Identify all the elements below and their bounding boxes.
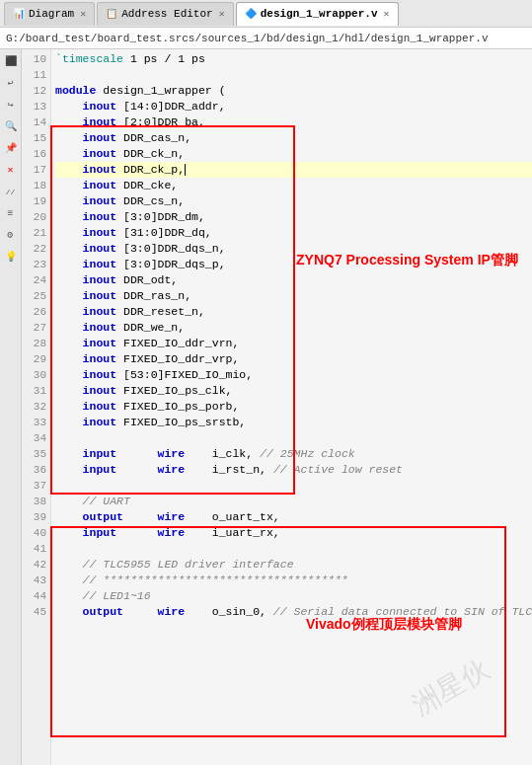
tab-bar: 📊 Diagram ✕ 📋 Address Editor ✕ 🔷 design_… <box>0 0 532 28</box>
code-line-19: inout DDR_cs_n, <box>55 193 532 209</box>
code-line-39: output wire o_uart_tx, <box>55 509 532 525</box>
code-line-28: inout FIXED_IO_ddr_vrn, <box>55 336 532 351</box>
code-line-30: inout [53:0]FIXED_IO_mio, <box>55 367 532 383</box>
sidebar-icon-comment[interactable]: // <box>3 184 19 199</box>
tab-address-editor[interactable]: 📋 Address Editor ✕ <box>97 2 233 26</box>
address-editor-tab-icon: 📋 <box>106 8 117 20</box>
diagram-tab-icon: 📊 <box>13 8 25 20</box>
code-line-20: inout [3:0]DDR_dm, <box>55 209 532 225</box>
code-line-14: inout [2:0]DDR_ba, <box>55 115 532 130</box>
code-line-40: input wire i_uart_rx, <box>55 525 532 541</box>
code-line-41 <box>55 541 532 557</box>
sidebar-icon-search[interactable]: 🔍 <box>3 118 19 134</box>
sidebar-icon-pin[interactable]: 📌 <box>3 140 19 156</box>
sidebar-icon-close[interactable]: ✕ <box>3 162 19 178</box>
code-line-42: // TLC5955 LED driver interface <box>55 557 532 573</box>
code-line-16: inout DDR_ck_n, <box>55 146 532 162</box>
sidebar-icon-diagram[interactable]: ⬛ <box>3 53 19 69</box>
code-line-44: // LED1~16 <box>55 588 532 604</box>
main-content: ⬛ ↩ ↪ 🔍 📌 ✕ // ≡ ⚙ 💡 10 11 12 13 14 15 1… <box>0 49 532 765</box>
editor-wrapper: 10 11 12 13 14 15 16 17 18 19 20 21 22 2… <box>22 49 532 765</box>
sidebar-icon-undo[interactable]: ↩ <box>3 75 19 91</box>
code-line-37 <box>55 478 532 494</box>
sidebar: ⬛ ↩ ↪ 🔍 📌 ✕ // ≡ ⚙ 💡 <box>0 49 22 765</box>
tab-design-wrapper-label: design_1_wrapper.v <box>261 8 378 20</box>
tab-diagram-label: Diagram <box>29 8 74 20</box>
tab-design-wrapper-close[interactable]: ✕ <box>384 8 390 20</box>
sidebar-icon-bulb[interactable]: 💡 <box>3 249 19 265</box>
code-line-36: input wire i_rst_n, // Active low reset <box>55 462 532 478</box>
code-line-17: inout DDR_ck_p, <box>55 162 532 178</box>
code-line-12: module design_1_wrapper ( <box>55 83 532 99</box>
code-line-38: // UART <box>55 494 532 509</box>
tab-diagram-close[interactable]: ✕ <box>80 8 86 20</box>
line-numbers: 10 11 12 13 14 15 16 17 18 19 20 21 22 2… <box>22 49 51 765</box>
filepath-bar: G:/board_test/board_test.srcs/sources_1/… <box>0 28 532 49</box>
code-line-34 <box>55 430 532 446</box>
code-line-13: inout [14:0]DDR_addr, <box>55 99 532 115</box>
code-line-45: output wire o_sin_0, // Serial data conn… <box>55 604 532 620</box>
tab-address-editor-label: Address Editor <box>121 8 212 20</box>
code-area: 10 11 12 13 14 15 16 17 18 19 20 21 22 2… <box>22 49 532 765</box>
code-line-21: inout [31:0]DDR_dq, <box>55 225 532 241</box>
code-content[interactable]: `timescale 1 ps / 1 ps module design_1_w… <box>51 49 532 765</box>
code-line-22: inout [3:0]DDR_dqs_n, <box>55 241 532 257</box>
code-line-15: inout DDR_cas_n, <box>55 130 532 146</box>
code-line-11 <box>55 67 532 83</box>
code-line-32: inout FIXED_IO_ps_porb, <box>55 399 532 415</box>
tab-design-wrapper[interactable]: 🔷 design_1_wrapper.v ✕ <box>236 2 399 26</box>
code-line-31: inout FIXED_IO_ps_clk, <box>55 383 532 399</box>
tab-diagram[interactable]: 📊 Diagram ✕ <box>4 2 95 26</box>
code-line-10: `timescale 1 ps / 1 ps <box>55 51 532 67</box>
code-line-27: inout DDR_we_n, <box>55 320 532 336</box>
code-line-33: inout FIXED_IO_ps_srstb, <box>55 415 532 430</box>
tab-address-editor-close[interactable]: ✕ <box>219 8 225 20</box>
code-line-24: inout DDR_odt, <box>55 272 532 288</box>
code-line-26: inout DDR_reset_n, <box>55 304 532 320</box>
code-line-25: inout DDR_ras_n, <box>55 288 532 304</box>
filepath-text: G:/board_test/board_test.srcs/sources_1/… <box>6 33 488 44</box>
code-line-23: inout [3:0]DDR_dqs_p, <box>55 257 532 272</box>
code-line-35: input wire i_clk, // 25MHz clock <box>55 446 532 462</box>
sidebar-icon-gear[interactable]: ⚙ <box>3 227 19 243</box>
sidebar-icon-redo[interactable]: ↪ <box>3 97 19 113</box>
code-line-43: // ************************************ <box>55 573 532 588</box>
sidebar-icon-list[interactable]: ≡ <box>3 205 19 221</box>
code-line-29: inout FIXED_IO_ddr_vrp, <box>55 351 532 367</box>
design-wrapper-tab-icon: 🔷 <box>245 8 257 20</box>
code-line-18: inout DDR_cke, <box>55 178 532 193</box>
